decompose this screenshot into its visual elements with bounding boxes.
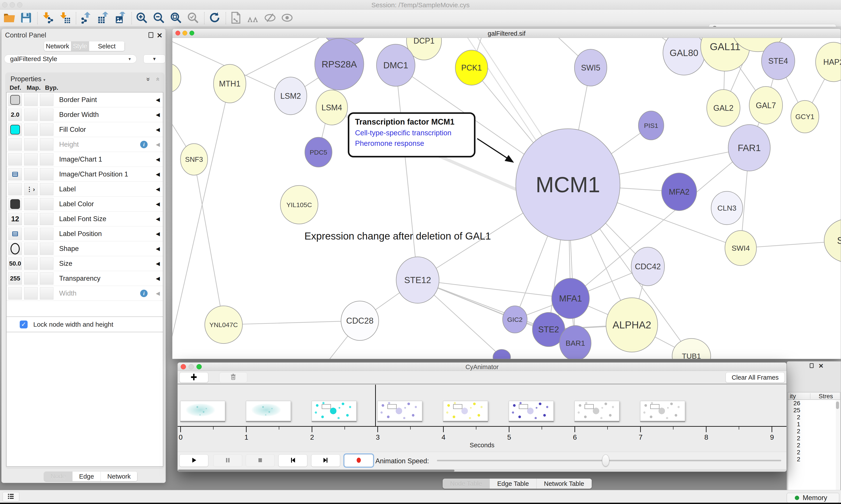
zoom-selected-button[interactable] — [186, 12, 200, 25]
cell-map[interactable] — [24, 94, 38, 106]
column-divider[interactable] — [810, 393, 810, 399]
property-row-image-chart-1[interactable]: Image/Chart 1◀ — [6, 152, 163, 167]
cell-def[interactable]: 255 — [8, 272, 22, 285]
expand-row-icon[interactable]: ◀ — [156, 122, 160, 137]
info-icon[interactable]: i — [140, 141, 148, 148]
tab-node-table[interactable]: Node Table — [443, 479, 490, 489]
clear-all-frames-button[interactable]: Clear All Frames — [726, 372, 785, 383]
property-row-border-paint[interactable]: Border Paint◀ — [6, 92, 163, 107]
playhead[interactable] — [375, 385, 376, 426]
tab-select[interactable]: Select — [89, 41, 125, 51]
float-panel-icon[interactable] — [148, 32, 153, 38]
cell-byp[interactable] — [40, 242, 53, 255]
collapse-all-icon[interactable]: » — [154, 77, 161, 81]
property-row-shape[interactable]: Shape◀ — [6, 241, 163, 256]
refresh-view-button[interactable] — [208, 12, 221, 25]
cell-byp[interactable] — [40, 198, 53, 210]
export-table-button[interactable] — [96, 12, 110, 25]
frame-thumbnail-3[interactable] — [377, 401, 422, 421]
lock-size-checkbox[interactable]: ✓ — [20, 321, 28, 328]
add-frame-button[interactable] — [179, 372, 208, 383]
timeline-scrollbar[interactable] — [178, 469, 786, 472]
scrollbar-thumb[interactable] — [178, 470, 454, 472]
edge[interactable] — [194, 159, 223, 325]
frame-thumbnail-5[interactable] — [509, 401, 554, 421]
skip-to-end-button[interactable] — [311, 454, 340, 467]
cell-byp[interactable] — [40, 94, 53, 106]
close-panel-icon[interactable]: ✕ — [819, 362, 823, 370]
cell-def[interactable] — [8, 287, 22, 300]
properties-header[interactable]: Properties ▾ — [11, 75, 45, 83]
table-row[interactable]: 2 — [788, 442, 834, 449]
frame-thumbnail-2[interactable] — [312, 401, 357, 421]
memory-button[interactable]: Memory — [787, 493, 839, 503]
property-row-size[interactable]: 50.0Size◀ — [6, 256, 163, 271]
cell-map[interactable] — [24, 242, 38, 255]
export-network-button[interactable] — [79, 12, 93, 25]
show-all-button[interactable] — [280, 12, 294, 25]
node-table-header[interactable]: ity Stres — [788, 392, 840, 400]
property-row-fill-color[interactable]: Fill Color◀ — [6, 122, 163, 137]
expand-row-icon[interactable]: ◀ — [156, 286, 160, 301]
expand-row-icon[interactable]: ◀ — [156, 107, 160, 122]
zoom-fit-button[interactable] — [169, 12, 183, 25]
annotation-link-2[interactable]: Pheromone response — [355, 139, 474, 147]
property-row-label[interactable]: ⋮›Label◀ — [6, 182, 163, 197]
cell-def[interactable] — [8, 153, 22, 165]
save-session-button[interactable] — [19, 12, 33, 25]
slider-handle[interactable] — [602, 454, 609, 466]
expand-row-icon[interactable]: ◀ — [156, 227, 160, 241]
play-button[interactable] — [179, 454, 208, 467]
cell-byp[interactable] — [40, 257, 53, 270]
table-row[interactable]: 2 — [788, 428, 834, 435]
table-row[interactable]: 26 — [788, 400, 834, 407]
table-scrollbar[interactable] — [836, 400, 839, 490]
property-row-transparency[interactable]: 255Transparency◀ — [6, 271, 163, 286]
cell-def[interactable] — [8, 138, 22, 151]
frame-thumbnail-7[interactable] — [640, 401, 685, 421]
table-row[interactable]: 1 — [788, 421, 834, 428]
style-options-button[interactable]: ▼ — [143, 55, 165, 63]
tab-network[interactable]: Network — [44, 41, 71, 51]
annotation-link-1[interactable]: Cell-type-specific transcription — [355, 129, 474, 137]
expand-row-icon[interactable]: ◀ — [156, 92, 160, 107]
node-smallpurple[interactable] — [493, 349, 511, 359]
cell-map[interactable] — [24, 272, 38, 285]
cell-map[interactable] — [24, 168, 38, 180]
edge[interactable] — [223, 321, 360, 325]
cell-map[interactable] — [24, 153, 38, 165]
frame-thumbnail-0[interactable] — [180, 401, 225, 421]
expand-row-icon[interactable]: ◀ — [156, 137, 160, 152]
frame-thumbnail-1[interactable] — [246, 401, 291, 421]
cell-byp[interactable] — [40, 183, 53, 195]
cell-map[interactable] — [24, 257, 38, 270]
cell-byp[interactable] — [40, 272, 53, 285]
property-row-label-font-size[interactable]: 12Label Font Size◀ — [6, 212, 163, 227]
cell-def[interactable] — [8, 242, 22, 255]
annotation-box[interactable]: Transcription factor MCM1 Cell-type-spec… — [348, 112, 476, 158]
expand-row-icon[interactable]: ◀ — [156, 167, 160, 182]
expression-annotation[interactable]: Expression change after deletion of GAL1 — [304, 230, 491, 242]
cell-def[interactable] — [8, 168, 22, 180]
cell-map[interactable] — [24, 138, 38, 151]
first-neighbors-button[interactable] — [246, 12, 260, 25]
cell-map[interactable] — [24, 109, 38, 121]
table-row[interactable]: 2 — [788, 456, 834, 463]
property-row-label-position[interactable]: Label Position◀ — [6, 227, 163, 241]
network-canvas[interactable]: DCP1RPS28ADMC1PCK1SWI5GAL80GAL11STE4HAP2… — [172, 38, 841, 359]
delete-frame-button[interactable] — [219, 372, 247, 383]
cell-map[interactable] — [24, 213, 38, 225]
pause-button[interactable] — [213, 454, 242, 467]
tab-network-style[interactable]: Network — [101, 472, 137, 481]
tab-node[interactable]: Node — [44, 472, 72, 481]
style-selector-dropdown[interactable]: galFiltered Style ▾ — [4, 55, 137, 63]
timeline[interactable]: 0123456789 Seconds — [178, 384, 786, 452]
zoom-in-button[interactable] — [135, 12, 148, 25]
table-row[interactable]: 2 — [788, 449, 834, 456]
annotation-document-button[interactable] — [229, 12, 243, 25]
record-button[interactable] — [344, 454, 373, 467]
hide-selected-button[interactable] — [263, 12, 277, 25]
open-session-button[interactable] — [2, 12, 16, 25]
zoom-out-button[interactable] — [152, 12, 165, 25]
property-row-width[interactable]: Widthi◀ — [6, 286, 163, 301]
